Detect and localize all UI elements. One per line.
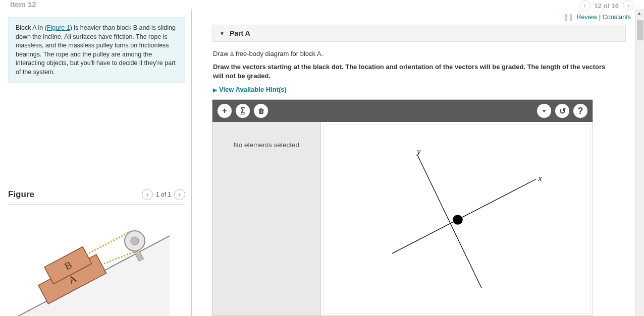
scrollbar-thumb[interactable] <box>637 20 643 40</box>
resources-icon: ❘❘ <box>563 14 573 21</box>
dropdown-button[interactable] <box>537 104 551 118</box>
svg-line-9 <box>86 231 131 255</box>
delete-button[interactable]: 🗑 <box>254 104 268 118</box>
problem-statement: Block A in (Figure 1) is heavier than bl… <box>8 17 185 83</box>
separator: | <box>599 14 603 21</box>
add-vector-button[interactable]: + <box>218 104 232 118</box>
svg-line-12 <box>417 154 481 288</box>
part-header[interactable]: ▼ Part A <box>212 25 626 42</box>
canvas-toolbar: + Σ 🗑 ↺ ? <box>212 100 593 122</box>
part-label: Part A <box>230 29 250 37</box>
svg-text:y: y <box>416 147 420 156</box>
chevron-down-icon <box>542 110 546 112</box>
no-selection-text: No elements selected <box>234 141 299 149</box>
svg-text:x: x <box>538 174 542 183</box>
figure-prev-button[interactable]: ‹ <box>142 189 153 200</box>
item-title: Item 12 <box>10 0 36 9</box>
svg-point-4 <box>131 237 139 245</box>
scroll-up-icon: ▴ <box>638 10 640 16</box>
figure-link[interactable]: Figure 1 <box>47 24 70 31</box>
hints-label: View Available Hint(s) <box>219 86 287 93</box>
instruction-2: Draw the vectors starting at the black d… <box>213 62 617 81</box>
constants-link[interactable]: Constants <box>603 14 631 21</box>
problem-text-post: ) is heavier than block B and is sliding… <box>16 24 176 76</box>
drawing-area[interactable]: y x <box>323 124 591 313</box>
selection-panel: No elements selected <box>212 122 321 315</box>
svg-point-15 <box>453 215 463 225</box>
vertical-scrollbar[interactable]: ▴ <box>635 9 644 316</box>
problem-text-pre: Block A in ( <box>16 24 47 31</box>
instruction-1: Draw a free-body diagram for block A. <box>213 50 631 57</box>
item-progress: 12 of 16 <box>595 2 619 10</box>
expand-icon: ▶ <box>213 87 217 93</box>
review-link[interactable]: Review <box>577 14 598 21</box>
figure-image: A B <box>8 211 185 316</box>
sum-button[interactable]: Σ <box>236 104 250 118</box>
drawing-canvas-frame: + Σ 🗑 ↺ ? No elements selected <box>212 99 593 316</box>
figure-counter: 1 of 1 <box>156 191 171 198</box>
help-button[interactable]: ? <box>573 104 587 118</box>
figure-heading: Figure <box>8 189 34 200</box>
svg-line-11 <box>392 179 536 254</box>
reset-button[interactable]: ↺ <box>555 104 569 118</box>
collapse-icon: ▼ <box>220 31 225 36</box>
view-hints-toggle[interactable]: ▶View Available Hint(s) <box>213 86 631 93</box>
figure-next-button[interactable]: › <box>174 189 185 200</box>
